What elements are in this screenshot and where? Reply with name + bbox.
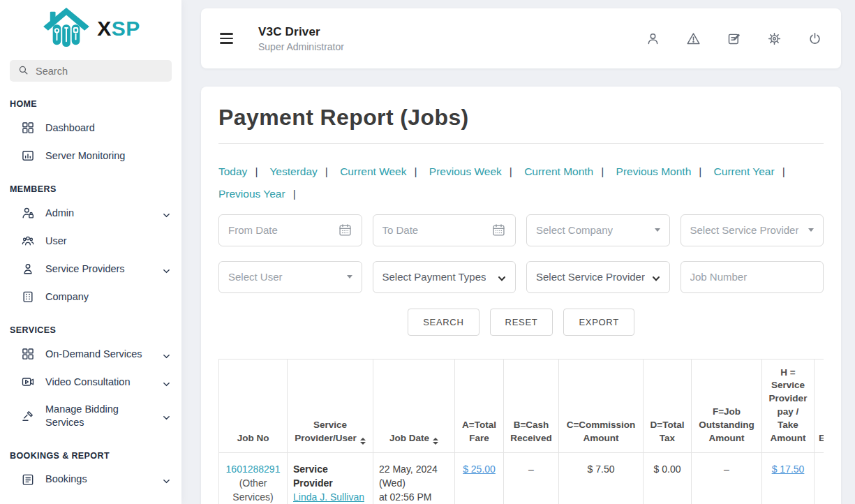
quick-link-current-month[interactable]: Current Month — [524, 165, 593, 177]
quick-link-previous-month[interactable]: Previous Month — [616, 165, 692, 177]
sidebar-item-label: Admin — [45, 207, 74, 220]
chevron-down-icon — [163, 475, 170, 483]
take-amount-link[interactable]: $ 17.50 — [772, 464, 805, 475]
report-table-wrap[interactable]: Job No Service Provider/User Job Date A=… — [218, 359, 824, 504]
report-edit-icon[interactable] — [727, 31, 741, 46]
link-separator: | — [415, 165, 417, 177]
job-no-link[interactable]: 1601288291 — [226, 464, 281, 475]
sidebar-item-admin[interactable]: Admin — [0, 199, 181, 227]
job-number-input[interactable] — [690, 271, 815, 283]
service-provider-select-2[interactable]: Select Service Provider — [526, 261, 670, 293]
quick-link-current-week[interactable]: Current Week — [340, 165, 406, 177]
filter-actions: SEARCH RESET EXPORT — [218, 309, 824, 336]
col-service-provider-user[interactable]: Service Provider/User — [288, 359, 373, 452]
sidebar-item-dashboard[interactable]: Dashboard — [0, 114, 181, 142]
job-number-field[interactable] — [681, 261, 824, 293]
alert-triangle-icon[interactable] — [686, 31, 701, 46]
table-header-row: Job No Service Provider/User Job Date A=… — [219, 359, 824, 452]
sidebar-search[interactable] — [10, 60, 172, 82]
chevron-down-icon — [163, 350, 170, 358]
chevron-down-icon — [163, 209, 170, 217]
header-titles: V3C Driver Super Administrator — [258, 25, 344, 52]
col-outstanding[interactable]: F=Job Outstanding Amount — [692, 359, 762, 452]
power-icon[interactable] — [808, 31, 822, 46]
search-input[interactable] — [36, 66, 164, 77]
user-select[interactable]: Select User — [218, 261, 362, 293]
from-date-field[interactable] — [218, 214, 362, 246]
chevron-down-icon — [652, 273, 660, 281]
col-take-amount[interactable]: H = Service Provider pay / Take Amount — [762, 359, 815, 452]
chevron-down-icon — [163, 412, 170, 420]
header-subtitle: Super Administrator — [258, 41, 344, 52]
grid-icon — [21, 347, 35, 361]
cell-take-amount: $ 17.50 — [762, 452, 815, 504]
cell-e — [815, 452, 824, 504]
reset-button[interactable]: RESET — [490, 309, 553, 336]
export-button[interactable]: EXPORT — [563, 309, 634, 336]
sidebar-item-label: User — [45, 235, 67, 248]
link-separator: | — [325, 165, 328, 177]
service-provider-select[interactable]: Select Service Provider — [681, 214, 824, 246]
company-select[interactable]: Select Company — [526, 214, 670, 246]
sidebar-item-company[interactable]: Company — [0, 283, 181, 311]
page-title: Payment Report (Jobs) — [218, 103, 824, 144]
col-cash-received[interactable]: B=Cash Received — [504, 359, 559, 452]
hamburger-menu-icon[interactable] — [220, 33, 233, 44]
payment-types-select[interactable]: Select Payment Types — [373, 261, 516, 293]
chevron-down-icon — [163, 265, 170, 273]
col-commission[interactable]: C=Commission Amount — [559, 359, 644, 452]
calendar-icon — [338, 223, 352, 237]
sidebar-item-manage-bidding-services[interactable]: Manage Bidding Services — [0, 396, 181, 436]
col-e[interactable]: E — [815, 359, 824, 452]
sidebar-item-server-monitoring[interactable]: Server Monitoring — [0, 142, 181, 170]
col-total-tax[interactable]: D=Total Tax — [644, 359, 692, 452]
col-job-date[interactable]: Job Date — [373, 359, 455, 452]
sidebar-item-label: Dashboard — [45, 121, 95, 135]
sidebar-item-user[interactable]: User — [0, 227, 181, 255]
calendar-icon — [491, 223, 506, 237]
search-icon — [17, 64, 29, 78]
col-job-no[interactable]: Job No — [219, 359, 288, 452]
to-date-input[interactable] — [382, 224, 486, 236]
sidebar-item-label: Video Consultation — [45, 376, 130, 389]
payment-report-table: Job No Service Provider/User Job Date A=… — [218, 359, 824, 504]
quick-link-yesterday[interactable]: Yesterday — [269, 165, 317, 177]
brand-logo[interactable]: XSP — [0, 0, 181, 53]
col-total-fare[interactable]: A=Total Fare — [455, 359, 504, 452]
quick-link-previous-year[interactable]: Previous Year — [218, 188, 285, 200]
section-label-bookings-report: BOOKINGS & REPORT — [0, 436, 181, 466]
search-button[interactable]: SEARCH — [408, 309, 479, 336]
bookings-icon — [21, 473, 35, 487]
chevron-down-icon — [163, 378, 170, 386]
cell-outstanding: – — [692, 452, 762, 504]
sort-icon — [360, 438, 366, 445]
provider-name-link[interactable]: Linda J. Sullivan — [293, 491, 364, 503]
sort-icon — [433, 438, 438, 445]
dropdown-arrow-icon — [808, 228, 814, 232]
gavel-icon — [21, 409, 35, 423]
app-root: XSP HOME Dashboard — [0, 0, 855, 504]
sidebar-item-bookings[interactable]: Bookings — [0, 466, 181, 494]
header-toolbar — [646, 31, 822, 46]
user-icon[interactable] — [646, 31, 660, 46]
main-area: V3C Driver Super Administrator — [181, 0, 855, 504]
content-card: Payment Report (Jobs) Today| Yesterday| … — [201, 87, 841, 504]
sidebar-item-service-providers[interactable]: Service Providers — [0, 255, 181, 283]
logo-wordmark: XSP — [97, 17, 140, 40]
link-separator: | — [293, 188, 296, 200]
quick-link-current-year[interactable]: Current Year — [714, 165, 775, 177]
sidebar-item-label: Company — [45, 290, 89, 304]
sidebar-item-label: Server Monitoring — [45, 149, 125, 163]
sidebar-item-on-demand-services[interactable]: On-Demand Services — [0, 340, 181, 368]
from-date-input[interactable] — [228, 224, 332, 236]
house-tools-logo-icon — [41, 7, 91, 50]
total-fare-link[interactable]: $ 25.00 — [463, 464, 496, 475]
section-label-home: HOME — [0, 84, 181, 114]
to-date-field[interactable] — [373, 214, 516, 246]
sidebar-item-video-consultation[interactable]: Video Consultation — [0, 368, 181, 396]
link-separator: | — [601, 165, 604, 177]
settings-gear-icon[interactable] — [767, 31, 782, 46]
quick-link-previous-week[interactable]: Previous Week — [429, 165, 502, 177]
quick-link-today[interactable]: Today — [218, 165, 247, 177]
dropdown-arrow-icon — [655, 228, 660, 232]
